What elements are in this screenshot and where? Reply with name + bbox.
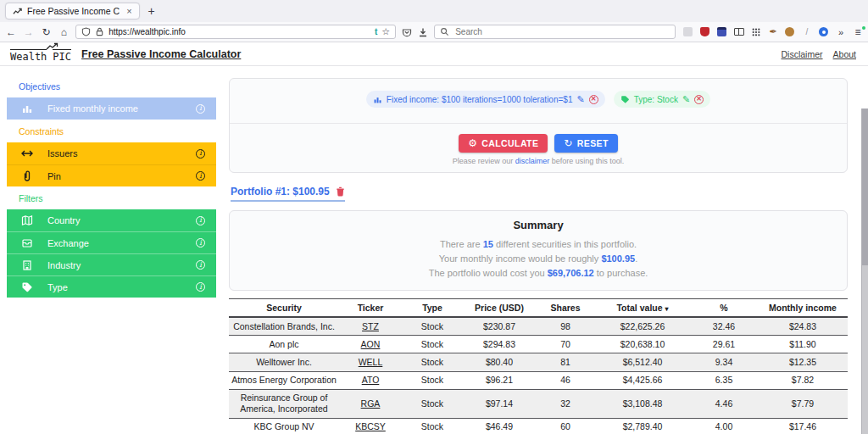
scrollbar-thumb[interactable] bbox=[862, 108, 868, 265]
arrows-horizontal-icon bbox=[7, 147, 47, 159]
password-manager-icon[interactable] bbox=[819, 27, 829, 37]
reload-icon[interactable]: ↻ bbox=[41, 26, 53, 38]
browser-toolbar: ← → ↻ ⌂ https://wealthpic.info t ☆ bbox=[0, 22, 868, 42]
portfolio-tab[interactable]: Portfolio #1: $100.95 bbox=[231, 186, 345, 202]
bookmark-star-icon[interactable]: ☆ bbox=[381, 26, 390, 37]
disclaimer-inline-link[interactable]: disclaimer bbox=[515, 157, 550, 165]
table-row: Aon plcAONStock$294.8370$20,638.1029.61$… bbox=[229, 336, 848, 353]
remove-chip-icon[interactable]: ✕ bbox=[694, 95, 704, 104]
lock-icon[interactable] bbox=[95, 27, 104, 36]
shares-cell: 60 bbox=[536, 418, 595, 434]
monthly-income-cell: $7.82 bbox=[758, 371, 848, 389]
objectives-section-label: Objectives bbox=[19, 81, 217, 92]
security-cell: Reinsurance Group of America, Incorporat… bbox=[229, 389, 339, 418]
monthly-income-cell: $24.83 bbox=[758, 317, 848, 336]
ticker-link[interactable]: ATO bbox=[339, 371, 402, 389]
cookie-icon[interactable] bbox=[785, 27, 795, 37]
sidebar-item-exchange[interactable]: Exchange i bbox=[7, 231, 216, 253]
extension-disabled-icon[interactable] bbox=[683, 27, 693, 37]
summary-line: Your monthly income would be roughly $10… bbox=[230, 252, 847, 266]
percent-cell: 29.61 bbox=[690, 336, 758, 353]
slash-icon[interactable]: / bbox=[802, 27, 812, 37]
header-percent[interactable]: % bbox=[690, 299, 758, 318]
objective-chip[interactable]: Fixed income: $100 iterations=1000 toler… bbox=[366, 91, 605, 108]
constraints-section-label: Constraints bbox=[19, 126, 217, 136]
monthly-income-cell: $17.46 bbox=[758, 418, 848, 434]
feather-pen-icon[interactable]: ✒ bbox=[768, 27, 778, 37]
ticker-link[interactable]: KBCSY bbox=[339, 418, 402, 434]
tampermonkey-icon[interactable]: t bbox=[375, 27, 377, 36]
ticker-link[interactable]: RGA bbox=[339, 389, 402, 418]
screenshot-extension-icon[interactable] bbox=[717, 27, 727, 37]
sidebar-item-issuers[interactable]: Issuers i bbox=[7, 142, 216, 164]
sidebar-item-country[interactable]: Country i bbox=[7, 209, 216, 231]
info-icon[interactable]: i bbox=[196, 171, 205, 181]
ticker-link[interactable]: AON bbox=[339, 336, 402, 353]
remove-chip-icon[interactable]: ✕ bbox=[589, 95, 598, 104]
search-input[interactable] bbox=[453, 26, 670, 37]
calculate-button[interactable]: ⚙ CALCULATE bbox=[459, 134, 548, 153]
vertical-scrollbar[interactable] bbox=[861, 108, 868, 434]
search-bar[interactable] bbox=[434, 25, 676, 39]
header-price[interactable]: Price (USD) bbox=[463, 299, 536, 318]
bar-chart-icon bbox=[373, 95, 382, 104]
header-ticker[interactable]: Ticker bbox=[339, 299, 402, 318]
header-shares[interactable]: Shares bbox=[536, 299, 595, 318]
app-menu-icon[interactable]: ≡ bbox=[853, 27, 863, 37]
divider bbox=[230, 123, 847, 124]
sort-desc-icon: ▾ bbox=[665, 305, 668, 313]
shield-icon[interactable] bbox=[81, 27, 91, 36]
type-cell: Stock bbox=[402, 371, 463, 389]
info-icon[interactable]: i bbox=[196, 216, 205, 225]
ticker-link[interactable]: WELL bbox=[339, 353, 402, 371]
sidebar-item-industry[interactable]: Industry i bbox=[7, 253, 216, 275]
ticker-link[interactable]: STZ bbox=[339, 317, 402, 336]
reset-button[interactable]: ↻ RESET bbox=[554, 134, 617, 153]
header-monthly-income[interactable]: Monthly income bbox=[758, 299, 848, 318]
about-link[interactable]: About bbox=[833, 49, 856, 59]
toolbar-overflow-icon[interactable]: » bbox=[836, 27, 846, 37]
download-icon[interactable] bbox=[418, 27, 428, 37]
edit-icon[interactable]: ✎ bbox=[682, 94, 690, 105]
adblock-shield-icon[interactable] bbox=[700, 27, 710, 37]
price-cell: $294.83 bbox=[463, 336, 536, 353]
info-icon[interactable]: i bbox=[196, 238, 205, 248]
trash-icon[interactable] bbox=[336, 186, 345, 197]
sidebar-item-fixed-monthly-income[interactable]: Fixed monthly income i bbox=[7, 97, 216, 120]
back-icon[interactable]: ← bbox=[5, 26, 17, 38]
wealthpic-logo[interactable]: WealthPIC bbox=[10, 46, 71, 63]
header-type[interactable]: Type bbox=[402, 299, 463, 318]
price-cell: $80.40 bbox=[463, 353, 536, 371]
shares-cell: 46 bbox=[536, 371, 595, 389]
table-row: Constellation Brands, Inc.STZStock$230.8… bbox=[229, 317, 848, 336]
summary-title: Summary bbox=[230, 219, 847, 231]
type-filter-chip[interactable]: Type: Stock ✎ ✕ bbox=[614, 91, 710, 108]
header-total-value[interactable]: Total value ▾ bbox=[595, 299, 690, 318]
header-security[interactable]: Security bbox=[229, 299, 339, 318]
holdings-table: Security Ticker Type Price (USD) Shares … bbox=[229, 298, 848, 434]
url-text[interactable]: https://wealthpic.info bbox=[108, 27, 370, 36]
disclaimer-link[interactable]: Disclaimer bbox=[782, 49, 823, 59]
info-icon[interactable]: i bbox=[196, 260, 205, 270]
sidebar-item-pin[interactable]: Pin i bbox=[7, 164, 216, 186]
info-icon[interactable]: i bbox=[196, 104, 205, 114]
new-tab-button[interactable]: + bbox=[140, 4, 164, 18]
info-icon[interactable]: i bbox=[196, 149, 205, 159]
url-bar[interactable]: https://wealthpic.info t ☆ bbox=[75, 25, 396, 39]
gear-icon: ⚙ bbox=[468, 137, 477, 149]
forward-icon[interactable]: → bbox=[23, 26, 35, 38]
pocket-icon[interactable] bbox=[402, 27, 412, 37]
edit-icon[interactable]: ✎ bbox=[576, 94, 584, 105]
search-icon bbox=[440, 27, 449, 36]
percent-cell: 4.46 bbox=[690, 389, 758, 418]
grid-apps-icon[interactable] bbox=[751, 27, 761, 37]
browser-tab[interactable]: Free Passive Income C × bbox=[5, 3, 140, 19]
sidebar-toggle-icon[interactable] bbox=[734, 27, 744, 37]
page-title-link[interactable]: Free Passive Income Calculator bbox=[81, 48, 241, 60]
sidebar-item-type[interactable]: Type i bbox=[7, 275, 216, 298]
info-icon[interactable]: i bbox=[196, 282, 205, 292]
tab-close-icon[interactable]: × bbox=[125, 6, 131, 16]
total-value-cell: $22,625.26 bbox=[595, 317, 690, 336]
security-cell: Welltower Inc. bbox=[229, 353, 339, 371]
home-icon[interactable]: ⌂ bbox=[58, 26, 70, 38]
